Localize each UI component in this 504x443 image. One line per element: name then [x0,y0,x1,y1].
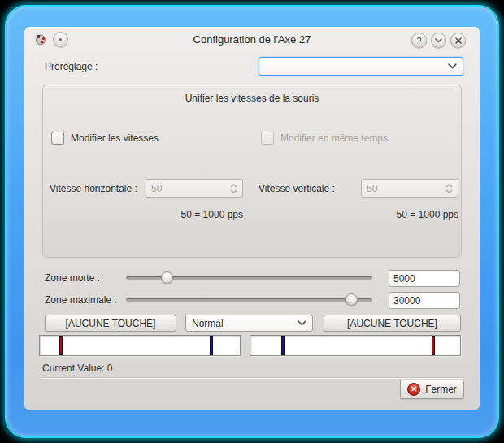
max-zone-label: Zone maximale : [45,293,117,306]
dead-zone-label: Zone morte : [45,271,100,284]
dead-zone-marker [432,336,435,355]
help-glyph: ? [416,36,421,46]
max-zone-marker [281,336,285,355]
h-speed-spinbox [146,179,243,198]
chevron-down-icon [448,63,457,69]
chevron-down-icon [298,320,306,326]
groupbox-title: Unifier les vitesses de la souris [43,93,461,104]
modify-same-time-label: Modifier en même temps [280,132,388,145]
modify-same-time-checkbox [261,132,274,145]
preset-combobox[interactable] [259,57,463,76]
dead-zone-input[interactable] [389,270,460,287]
minimize-button[interactable] [431,33,446,48]
h-speed-note: 50 = 1000 pps [146,209,243,220]
modify-speeds-checkbox[interactable] [51,132,64,145]
modify-speeds-label: Modifier les vitesses [71,132,159,145]
divider [42,377,462,378]
close-x-icon: ✕ [407,383,420,396]
dead-zone-slider[interactable] [126,271,372,284]
key-assign-right-button[interactable]: [AUCUNE TOUCHE] [324,315,461,332]
h-speed-input [151,183,216,194]
screen: Configuration de l'Axe 27 ? Préréglage :… [0,0,504,443]
curve-combobox[interactable]: Normal [185,315,313,332]
v-speed-input [367,183,432,194]
close-dialog-button[interactable]: ✕ Fermer [400,380,464,399]
close-dialog-label: Fermer [425,384,457,395]
v-speed-spinbox [361,179,458,198]
preset-label: Préréglage : [45,60,98,73]
max-zone-input[interactable] [389,292,460,309]
key-assign-left-label: [AUCUNE TOUCHE] [66,318,156,329]
slider-track [126,298,372,302]
axis-range-bar-right [250,335,461,356]
max-zone-slider-handle[interactable] [345,293,358,306]
help-button[interactable]: ? [411,33,427,48]
unify-speeds-groupbox: Unifier les vitesses de la souris Modifi… [42,85,462,258]
key-assign-left-button[interactable]: [AUCUNE TOUCHE] [45,315,176,332]
v-speed-label: Vitesse verticale : [259,182,335,195]
max-zone-marker [210,336,213,355]
dead-zone-marker [59,336,63,355]
dead-zone-slider-handle[interactable] [161,271,173,284]
key-assign-right-label: [AUCUNE TOUCHE] [347,318,437,329]
spinner-arrows-icon [445,184,453,193]
h-speed-label: Vitesse horizontale : [50,182,137,195]
curve-combobox-value: Normal [192,318,224,329]
v-speed-note: 50 = 1000 pps [361,209,458,220]
axis-range-bar-left [39,335,241,356]
max-zone-slider[interactable] [126,293,372,306]
close-window-button[interactable] [450,33,466,48]
current-value-text: Current Value: 0 [42,362,113,375]
dialog-window: Configuration de l'Axe 27 ? Préréglage :… [24,27,480,410]
spinner-arrows-icon [230,184,237,193]
